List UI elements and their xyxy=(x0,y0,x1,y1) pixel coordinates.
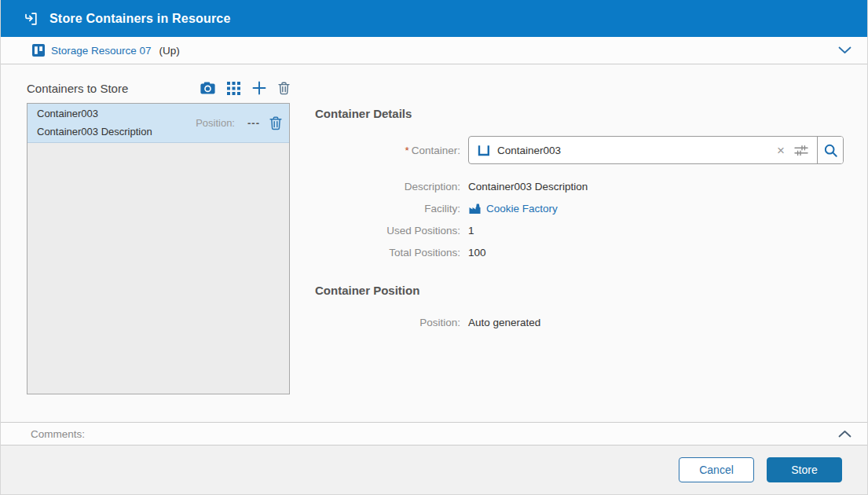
store-button[interactable]: Store xyxy=(767,457,842,482)
dialog-body: Containers to Store xyxy=(1,64,867,422)
chevron-up-icon[interactable] xyxy=(838,430,852,438)
facility-link[interactable]: Cookie Factory xyxy=(486,203,558,214)
facility-label: Facility: xyxy=(315,203,460,214)
description-value: Container003 Description xyxy=(468,181,844,192)
required-marker: * xyxy=(405,145,408,156)
delete-containers-button[interactable] xyxy=(278,82,290,95)
grid-view-button[interactable] xyxy=(227,82,240,95)
container-icon xyxy=(477,144,490,157)
facility-row: Facility: Cookie Factory xyxy=(315,197,844,219)
used-positions-row: Used Positions: 1 xyxy=(315,219,844,241)
containers-panel-title: Containers to Store xyxy=(27,82,200,95)
container-details-title: Container Details xyxy=(315,107,844,120)
search-button[interactable] xyxy=(817,137,843,163)
factory-icon xyxy=(468,203,482,214)
chevron-down-icon[interactable] xyxy=(838,46,852,54)
container-lookup: × xyxy=(468,136,844,164)
container-item-description: Container003 Description xyxy=(37,123,196,141)
used-positions-value: 1 xyxy=(468,225,844,236)
container-field-label: *Container: xyxy=(315,145,460,156)
containers-panel-header: Containers to Store xyxy=(27,79,290,97)
containers-panel: Containers to Store xyxy=(27,79,290,422)
storage-resource-icon xyxy=(32,44,45,57)
position-label: Position: xyxy=(315,317,460,328)
total-positions-value: 100 xyxy=(468,247,844,258)
advanced-lookup-sliders-icon[interactable] xyxy=(793,144,809,157)
dialog-footer: Cancel Store xyxy=(1,446,867,494)
resource-bar: Storage Resource 07 (Up) xyxy=(1,37,867,64)
scan-camera-button[interactable] xyxy=(200,82,215,94)
item-position-value: --- xyxy=(247,117,260,129)
container-lookup-field[interactable]: × xyxy=(469,137,817,163)
dialog-title: Store Containers in Resource xyxy=(49,12,231,26)
container-position-title: Container Position xyxy=(315,284,844,297)
used-positions-label: Used Positions: xyxy=(315,225,460,236)
container-list-item-selected[interactable]: Container003 Container003 Description Po… xyxy=(27,104,289,143)
position-row: Position: Auto generated xyxy=(315,311,844,333)
container-item-name: Container003 xyxy=(37,105,196,123)
details-rows: Description: Container003 Description Fa… xyxy=(315,175,844,263)
container-field-row: *Container: × xyxy=(315,136,844,164)
store-into-icon xyxy=(23,11,38,27)
comments-label: Comments: xyxy=(31,428,838,440)
store-containers-dialog: Store Containers in Resource Storage Res… xyxy=(0,0,868,495)
description-label: Description: xyxy=(315,181,460,192)
total-positions-row: Total Positions: 100 xyxy=(315,241,844,263)
cancel-button[interactable]: Cancel xyxy=(679,457,754,482)
item-position-label: Position: xyxy=(196,117,235,129)
resource-name-link[interactable]: Storage Resource 07 xyxy=(51,45,152,57)
container-item-text: Container003 Container003 Description xyxy=(37,105,196,140)
total-positions-label: Total Positions: xyxy=(315,247,460,258)
comments-section-header[interactable]: Comments: xyxy=(1,422,867,446)
add-container-button[interactable] xyxy=(252,81,266,95)
containers-list: Container003 Container003 Description Po… xyxy=(27,103,290,394)
position-value: Auto generated xyxy=(468,317,844,328)
description-row: Description: Container003 Description xyxy=(315,175,844,197)
details-panel: Container Details *Container: xyxy=(290,79,844,422)
container-input[interactable] xyxy=(497,145,768,156)
resource-direction: (Up) xyxy=(159,45,180,57)
clear-field-icon[interactable]: × xyxy=(775,144,786,157)
dialog-titlebar: Store Containers in Resource xyxy=(1,0,867,37)
remove-item-trash-icon[interactable] xyxy=(269,116,282,130)
